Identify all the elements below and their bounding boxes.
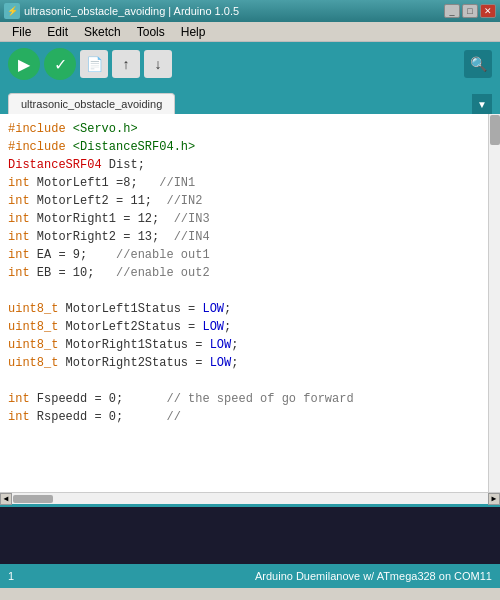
title-bar: ⚡ ultrasonic_obstacle_avoiding | Arduino… <box>0 0 500 22</box>
window-title: ultrasonic_obstacle_avoiding | Arduino 1… <box>24 5 444 17</box>
h-scrollbar-track[interactable] <box>12 494 488 504</box>
close-button[interactable]: ✕ <box>480 4 496 18</box>
open-button[interactable]: ↑ <box>112 50 140 78</box>
menu-sketch[interactable]: Sketch <box>76 23 129 41</box>
menu-file[interactable]: File <box>4 23 39 41</box>
menu-help[interactable]: Help <box>173 23 214 41</box>
tab-main[interactable]: ultrasonic_obstacle_avoiding <box>8 93 175 114</box>
search-button[interactable]: 🔍 <box>464 50 492 78</box>
toolbar: ▶ ✓ 📄 ↑ ↓ 🔍 <box>0 42 500 86</box>
app-icon: ⚡ <box>4 3 20 19</box>
editor-scroll[interactable]: #include <Servo.h> #include <DistanceSRF… <box>0 114 500 492</box>
status-board-info: Arduino Duemilanove w/ ATmega328 on COM1… <box>255 570 492 582</box>
upload-button[interactable]: ▶ <box>8 48 40 80</box>
console-area <box>0 504 500 564</box>
editor-container: #include <Servo.h> #include <DistanceSRF… <box>0 114 500 504</box>
vertical-scrollbar[interactable] <box>488 114 500 492</box>
scrollbar-thumb[interactable] <box>490 115 500 145</box>
tab-dropdown-button[interactable]: ▼ <box>472 94 492 114</box>
tabs-bar: ultrasonic_obstacle_avoiding ▼ <box>0 86 500 114</box>
maximize-button[interactable]: □ <box>462 4 478 18</box>
verify-button[interactable]: ✓ <box>44 48 76 80</box>
minimize-button[interactable]: _ <box>444 4 460 18</box>
status-line-number: 1 <box>8 570 14 582</box>
menu-tools[interactable]: Tools <box>129 23 173 41</box>
scroll-left-button[interactable]: ◀ <box>0 493 12 505</box>
horizontal-scrollbar[interactable]: ◀ ▶ <box>0 492 500 504</box>
new-button[interactable]: 📄 <box>80 50 108 78</box>
scroll-right-button[interactable]: ▶ <box>488 493 500 505</box>
h-scrollbar-thumb[interactable] <box>13 495 53 503</box>
status-bar: 1 Arduino Duemilanove w/ ATmega328 on CO… <box>0 564 500 588</box>
save-button[interactable]: ↓ <box>144 50 172 78</box>
window-controls: _ □ ✕ <box>444 4 496 18</box>
editor-content[interactable]: #include <Servo.h> #include <DistanceSRF… <box>0 114 500 432</box>
menu-bar: File Edit Sketch Tools Help <box>0 22 500 42</box>
menu-edit[interactable]: Edit <box>39 23 76 41</box>
